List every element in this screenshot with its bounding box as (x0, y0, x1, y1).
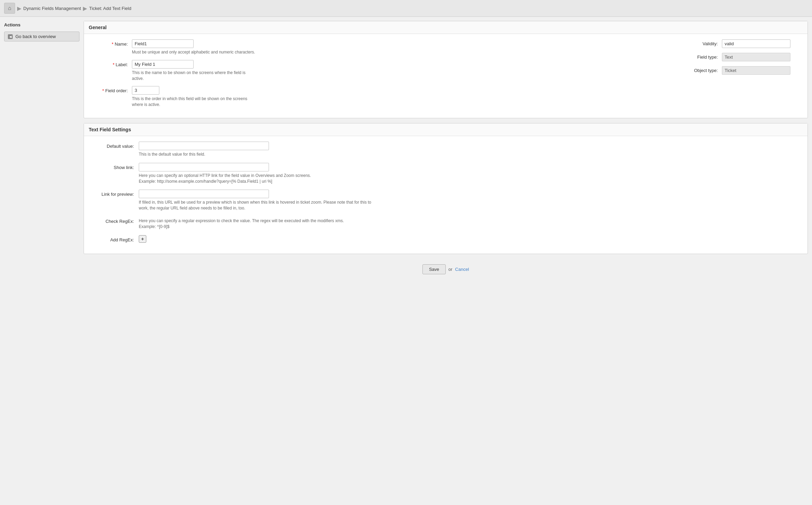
object-type-label: Object type: (691, 68, 722, 73)
name-input[interactable] (132, 39, 194, 48)
show-link-input-col: Here you can specify an optional HTTP li… (139, 163, 801, 184)
text-field-settings-section: Text Field Settings Default value: This … (84, 123, 808, 254)
name-row: Name: Must be unique and only accept alp… (91, 39, 684, 55)
label-label: Label: (91, 60, 132, 67)
check-regex-col: Here you can specify a regular expressio… (139, 217, 801, 230)
show-link-label: Show link: (91, 163, 139, 170)
link-for-preview-row: Link for preview: If filled in, this URL… (91, 190, 801, 211)
check-regex-row: Check RegEx: Here you can specify a regu… (91, 217, 801, 230)
field-type-value: Text (722, 53, 790, 61)
default-value-input[interactable] (139, 142, 269, 150)
default-value-input-col: This is the default value for this field… (139, 142, 801, 157)
add-regex-col: + (139, 235, 801, 243)
link-for-preview-hint: If filled in, this URL will be used for … (139, 200, 379, 211)
text-field-settings-body: Default value: This is the default value… (84, 136, 808, 254)
name-label: Name: (91, 39, 132, 47)
main-layout: Actions ◀ Go back to overview General Na… (0, 17, 812, 284)
field-order-input-col: This is the order in which this field wi… (132, 86, 684, 108)
check-regex-hint: Here you can specify a regular expressio… (139, 218, 379, 230)
object-type-col: Ticket (722, 66, 801, 75)
field-order-row: Field order: This is the order in which … (91, 86, 684, 108)
general-section: General Name: Must be unique and only ac (84, 21, 808, 118)
validity-input[interactable] (722, 39, 790, 48)
field-order-label: Field order: (91, 86, 132, 93)
field-order-hint: This is the order in which this field wi… (132, 96, 255, 108)
show-link-hint: Here you can specify an optional HTTP li… (139, 173, 379, 184)
content-area: General Name: Must be unique and only ac (84, 21, 808, 280)
check-regex-label: Check RegEx: (91, 217, 139, 224)
breadcrumb-dynamic-fields: Dynamic Fields Management (23, 6, 81, 11)
home-icon[interactable]: ⌂ (4, 3, 15, 14)
breadcrumb: ⌂ ▶ Dynamic Fields Management ▶ Ticket: … (0, 0, 812, 17)
field-type-label: Field type: (691, 55, 722, 60)
default-value-row: Default value: This is the default value… (91, 142, 801, 157)
general-section-body: Name: Must be unique and only accept alp… (84, 34, 808, 118)
add-regex-row: Add RegEx: + (91, 235, 801, 243)
plus-icon: + (141, 236, 144, 242)
field-type-col: Text (722, 53, 801, 61)
label-row: Label: This is the name to be shown on t… (91, 60, 684, 82)
breadcrumb-add-text-field: Ticket: Add Text Field (89, 6, 131, 11)
validity-label: Validity: (691, 41, 722, 46)
link-for-preview-label: Link for preview: (91, 190, 139, 197)
sidebar: Actions ◀ Go back to overview (4, 21, 79, 41)
cancel-link[interactable]: Cancel (455, 267, 469, 272)
name-hint: Must be unique and only accept alphabeti… (132, 49, 255, 55)
general-section-header: General (84, 21, 808, 34)
validity-row: Validity: (691, 39, 801, 48)
go-back-label: Go back to overview (15, 34, 56, 39)
or-text: or (448, 267, 453, 272)
object-type-row: Object type: Ticket (691, 66, 801, 75)
breadcrumb-arrow-1: ▶ (17, 5, 21, 12)
general-two-col: Name: Must be unique and only accept alp… (91, 39, 801, 112)
link-for-preview-input-col: If filled in, this URL will be used for … (139, 190, 801, 211)
validity-input-col (722, 39, 801, 48)
back-arrow-icon: ◀ (8, 34, 13, 39)
link-for-preview-input[interactable] (139, 190, 269, 198)
go-back-button[interactable]: ◀ Go back to overview (4, 32, 79, 41)
general-right-col: Validity: Field type: Text (684, 39, 801, 112)
add-regex-button[interactable]: + (139, 235, 146, 243)
add-regex-label: Add RegEx: (91, 235, 139, 242)
save-button[interactable]: Save (422, 264, 446, 274)
bottom-actions: Save or Cancel (84, 259, 808, 280)
label-input[interactable] (132, 60, 194, 69)
text-field-settings-header: Text Field Settings (84, 123, 808, 136)
label-input-col: This is the name to be shown on the scre… (132, 60, 684, 82)
field-order-input[interactable] (132, 86, 159, 95)
label-hint: This is the name to be shown on the scre… (132, 70, 255, 82)
default-value-hint: This is the default value for this field… (139, 152, 379, 157)
show-link-input[interactable] (139, 163, 269, 171)
breadcrumb-arrow-2: ▶ (83, 5, 87, 12)
sidebar-title: Actions (4, 21, 79, 29)
field-type-row: Field type: Text (691, 53, 801, 61)
default-value-label: Default value: (91, 142, 139, 149)
show-link-row: Show link: Here you can specify an optio… (91, 163, 801, 184)
general-left-col: Name: Must be unique and only accept alp… (91, 39, 684, 112)
name-input-col: Must be unique and only accept alphabeti… (132, 39, 684, 55)
object-type-value: Ticket (722, 66, 790, 75)
